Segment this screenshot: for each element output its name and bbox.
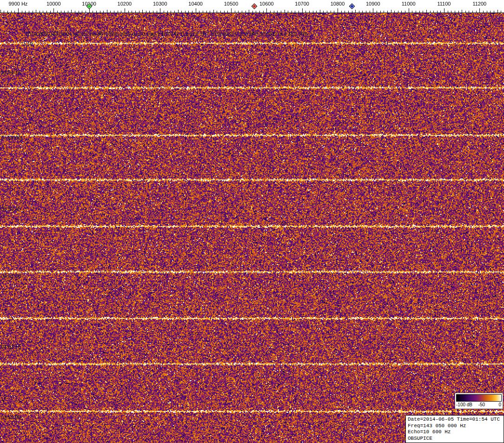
- colorbar-gradient: [456, 394, 502, 402]
- frequency-ruler: 9900 Hz100001010010200103001040010500106…: [0, 0, 504, 13]
- ruler-tick: [64, 11, 65, 13]
- ruler-tick: [366, 11, 366, 13]
- ruler-tick: [107, 10, 107, 13]
- ruler-baseline: [0, 13, 504, 13]
- ruler-label: 10800: [331, 1, 345, 7]
- ruler-tick: [125, 8, 125, 13]
- ruler-tick: [96, 11, 97, 13]
- ruler-label: 11000: [402, 1, 416, 7]
- ruler-tick: [387, 11, 388, 13]
- ruler-tick: [68, 11, 68, 13]
- status-info-box: Date=2014-06-05 Time=01:54 UTC Freq=143 …: [405, 415, 504, 443]
- time-label: 03:54:15: [1, 70, 21, 75]
- ruler-tick: [277, 11, 278, 13]
- info-freq-line: Freq=143 050 000 Hz: [408, 423, 502, 430]
- ruler-tick: [0, 10, 1, 13]
- ruler-tick: [313, 11, 313, 13]
- ruler-tick: [401, 11, 402, 13]
- ruler-tick: [302, 8, 303, 13]
- time-label: 03:54:00: [1, 135, 21, 140]
- ruler-tick: [440, 11, 441, 13]
- ruler-tick: [171, 11, 171, 13]
- ruler-tick: [455, 11, 455, 13]
- ruler-tick: [394, 11, 395, 13]
- ruler-tick: [398, 11, 398, 13]
- ruler-tick: [33, 11, 33, 13]
- ruler-tick: [174, 11, 175, 13]
- ruler-label: 10900: [366, 1, 380, 7]
- ruler-tick: [50, 11, 51, 13]
- ruler-tick: [220, 11, 221, 13]
- ruler-tick: [465, 11, 466, 13]
- ruler-tick: [146, 11, 146, 13]
- ruler-tick: [352, 11, 352, 13]
- colorbar-label-mid: -50: [478, 402, 485, 407]
- ruler-tick: [331, 11, 331, 13]
- ruler-tick: [149, 11, 150, 13]
- ruler-tick: [423, 11, 423, 13]
- ruler-tick: [217, 11, 217, 13]
- ruler-tick: [142, 10, 143, 13]
- ruler-tick: [341, 11, 342, 13]
- colorbar-legend: -100 dB -50 0: [455, 393, 503, 409]
- time-label: 03:53:30: [1, 273, 21, 279]
- ruler-tick: [362, 11, 363, 13]
- ruler-tick: [416, 11, 416, 13]
- ruler-tick: [266, 8, 267, 13]
- ruler-tick: [11, 11, 12, 13]
- ruler-tick: [316, 11, 317, 13]
- ruler-tick: [409, 8, 409, 13]
- spectrogram-canvas[interactable]: [0, 13, 504, 443]
- ruler-tick: [320, 10, 320, 13]
- ruler-tick: [213, 10, 214, 13]
- ruler-tick: [256, 11, 256, 13]
- ruler-tick: [305, 11, 306, 13]
- ruler-tick: [199, 11, 199, 13]
- freq-marker-blue-diamond-icon[interactable]: [349, 3, 355, 9]
- ruler-tick: [359, 11, 359, 13]
- ruler-tick: [206, 11, 207, 13]
- ruler-tick: [135, 11, 136, 13]
- spectrogram-app: 9900 Hz100001010010200103001040010500106…: [0, 0, 504, 443]
- colorbar-labels: -100 dB -50 0: [456, 402, 502, 408]
- ruler-tick: [22, 11, 22, 13]
- ruler-tick: [103, 11, 104, 13]
- ruler-tick: [355, 10, 356, 13]
- ruler-tick: [298, 11, 299, 13]
- ruler-tick: [4, 11, 4, 13]
- ruler-tick: [377, 11, 377, 13]
- time-label: 03:53:15: [1, 344, 21, 350]
- ruler-tick: [71, 10, 72, 13]
- ruler-tick: [25, 11, 26, 13]
- colorbar-label-max: 0: [498, 402, 501, 407]
- ruler-tick: [487, 11, 487, 13]
- ruler-tick: [110, 11, 111, 13]
- ruler-tick: [345, 11, 345, 13]
- ruler-tick: [153, 11, 153, 13]
- ruler-tick: [472, 11, 473, 13]
- ruler-tick: [370, 11, 370, 13]
- ruler-tick: [238, 11, 239, 13]
- ruler-tick: [252, 11, 253, 13]
- ruler-tick: [323, 11, 324, 13]
- ruler-tick: [426, 10, 427, 13]
- ruler-tick: [437, 11, 438, 13]
- ruler-label: 10700: [295, 1, 309, 7]
- ruler-tick: [292, 11, 292, 13]
- ruler-tick: [288, 11, 288, 13]
- ruler-label: 11200: [472, 1, 486, 7]
- ruler-tick: [348, 11, 349, 13]
- ruler-tick: [196, 8, 196, 13]
- ruler-tick: [483, 11, 484, 13]
- ruler-label: 10300: [153, 1, 167, 7]
- ruler-tick: [86, 11, 86, 13]
- ruler-tick: [469, 11, 469, 13]
- ruler-tick: [61, 11, 61, 13]
- ruler-tick: [18, 8, 19, 13]
- ruler-tick: [157, 11, 157, 13]
- info-date-line: Date=2014-06-05 Time=01:54 UTC: [408, 417, 502, 423]
- ruler-tick: [79, 11, 79, 13]
- freq-marker-red-diamond-icon[interactable]: [251, 3, 257, 9]
- ruler-label: 10600: [259, 1, 274, 7]
- ruler-tick: [114, 11, 114, 13]
